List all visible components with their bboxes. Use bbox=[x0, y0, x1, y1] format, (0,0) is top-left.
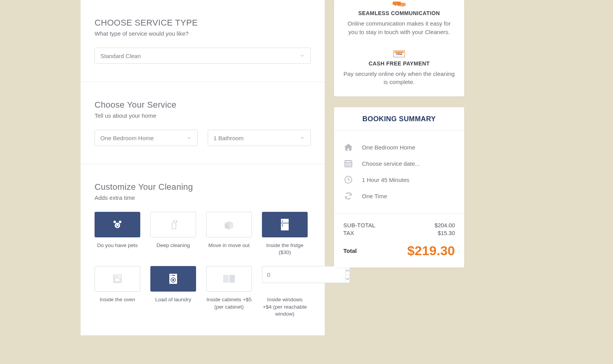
summary-body: One Bedroom Home Choose service date... … bbox=[334, 130, 464, 214]
bathrooms-value: 1 Bathroom bbox=[214, 135, 244, 141]
visa-icon: VISA bbox=[343, 50, 456, 57]
svg-point-6 bbox=[176, 220, 176, 221]
option-cabinets-label: Inside cabinets +$5 (per cabinet) bbox=[206, 296, 252, 310]
svg-rect-9 bbox=[281, 219, 289, 230]
spray-icon bbox=[169, 219, 178, 230]
clock-icon bbox=[343, 175, 353, 184]
promo-communication-text: Online communication makes it easy for y… bbox=[343, 19, 456, 36]
svg-point-4 bbox=[118, 225, 119, 226]
svg-point-15 bbox=[116, 276, 117, 277]
svg-point-8 bbox=[176, 222, 177, 222]
option-fridge-box[interactable] bbox=[262, 212, 308, 237]
option-pets: Do you have pets bbox=[95, 212, 140, 256]
option-deep-cleaning-label: Deep cleaning bbox=[157, 242, 190, 256]
summary-duration-row: 1 Hour 45 Minutes bbox=[343, 172, 455, 188]
summary-home-row: One Bedroom Home bbox=[343, 139, 455, 155]
summary-date-row: Choose service date... bbox=[343, 155, 455, 172]
svg-point-5 bbox=[117, 226, 118, 227]
pet-icon bbox=[112, 220, 123, 230]
option-move-box[interactable] bbox=[206, 212, 252, 237]
bedrooms-value: One Bedroom Home bbox=[100, 135, 154, 141]
washer-icon bbox=[168, 273, 179, 285]
svg-point-3 bbox=[116, 225, 117, 226]
section-customize: Customize Your Cleaning Adds extra time … bbox=[81, 164, 325, 335]
summary-frequency-value: One Time bbox=[362, 193, 387, 199]
windows-stepper bbox=[262, 266, 308, 283]
option-windows: Inside windows +$4 (per reachable window… bbox=[262, 266, 308, 318]
summary-card: BOOKING SUMMARY One Bedroom Home Choose … bbox=[334, 107, 464, 268]
svg-point-2 bbox=[119, 221, 121, 223]
option-deep-cleaning: Deep cleaning bbox=[150, 212, 196, 256]
service-type-select[interactable]: Standard Clean bbox=[95, 48, 311, 64]
svg-point-21 bbox=[172, 279, 174, 281]
svg-point-22 bbox=[170, 275, 171, 276]
option-pets-box[interactable] bbox=[95, 212, 140, 237]
calendar-icon bbox=[343, 159, 353, 168]
option-move-label: Move in move out bbox=[208, 242, 250, 256]
bathrooms-select[interactable]: 1 Bathroom bbox=[208, 130, 311, 146]
total-label: Total bbox=[343, 247, 357, 254]
summary-date-value: Choose service date... bbox=[362, 160, 420, 167]
summary-footer: SUB-TOTAL $204.00 TAX $15.30 Total $219.… bbox=[334, 214, 464, 268]
option-cabinets-box[interactable] bbox=[206, 266, 252, 292]
summary-home-value: One Bedroom Home bbox=[362, 144, 415, 151]
stepper-down-button[interactable] bbox=[346, 275, 350, 283]
service-type-subtitle: What type of service would you like? bbox=[95, 30, 311, 37]
option-pets-label: Do you have pets bbox=[97, 242, 138, 256]
option-windows-label: Inside windows +$4 (per reachable window… bbox=[262, 296, 308, 318]
home-icon bbox=[343, 143, 353, 151]
your-service-title: Choose Your Service bbox=[95, 100, 311, 110]
svg-point-14 bbox=[115, 276, 115, 277]
option-oven-box[interactable] bbox=[95, 266, 140, 292]
box-icon bbox=[223, 219, 235, 230]
summary-duration-value: 1 Hour 45 Minutes bbox=[362, 177, 410, 183]
svg-rect-17 bbox=[115, 278, 120, 282]
promo-payment: VISA CASH FREE PAYMENT Pay securely onli… bbox=[343, 50, 456, 87]
chevron-down-icon bbox=[300, 53, 305, 58]
service-type-value: Standard Clean bbox=[100, 53, 141, 59]
windows-qty-input[interactable] bbox=[262, 266, 346, 283]
cabinet-icon bbox=[222, 274, 236, 284]
promo-communication: SEAMLESS COMMUNICATION Online communicat… bbox=[343, 2, 456, 36]
oven-icon bbox=[112, 273, 123, 284]
option-fridge: Inside the fridge ($30) bbox=[262, 212, 308, 256]
option-oven: Inside the oven bbox=[95, 266, 140, 318]
option-cabinets: Inside cabinets +$5 (per cabinet) bbox=[206, 266, 252, 318]
subtotal-label: SUB-TOTAL bbox=[343, 222, 375, 228]
svg-point-7 bbox=[177, 221, 177, 221]
chat-icon bbox=[343, 2, 456, 7]
bedrooms-select[interactable]: One Bedroom Home bbox=[95, 130, 198, 146]
svg-point-1 bbox=[114, 221, 116, 223]
fridge-icon bbox=[280, 218, 290, 231]
promo-payment-text: Pay securely online only when the cleani… bbox=[343, 70, 456, 87]
summary-header: BOOKING SUMMARY bbox=[334, 107, 464, 130]
option-laundry-label: Load of laundry bbox=[155, 296, 191, 310]
option-fridge-label: Inside the fridge ($30) bbox=[262, 242, 308, 256]
svg-rect-24 bbox=[223, 275, 229, 283]
promo-communication-title: SEAMLESS COMMUNICATION bbox=[343, 10, 456, 16]
main-panel: CHOOSE SERVICE TYPE What type of service… bbox=[81, 0, 325, 335]
option-laundry: Load of laundry bbox=[150, 266, 196, 318]
sidebar: SEAMLESS COMMUNICATION Online communicat… bbox=[334, 0, 464, 268]
customize-title: Customize Your Cleaning bbox=[95, 182, 311, 192]
svg-point-0 bbox=[115, 223, 120, 228]
option-move: Move in move out bbox=[206, 212, 252, 256]
subtotal-value: $204.00 bbox=[435, 222, 455, 228]
promo-card: SEAMLESS COMMUNICATION Online communicat… bbox=[334, 0, 464, 96]
customize-subtitle: Adds extra time bbox=[95, 194, 311, 201]
section-service-type: CHOOSE SERVICE TYPE What type of service… bbox=[81, 0, 325, 82]
promo-payment-title: CASH FREE PAYMENT bbox=[343, 60, 456, 67]
svg-point-16 bbox=[118, 276, 119, 277]
tax-value: $15.30 bbox=[438, 230, 455, 236]
refresh-icon bbox=[343, 192, 353, 200]
option-oven-label: Inside the oven bbox=[100, 296, 135, 310]
option-laundry-box[interactable] bbox=[150, 266, 196, 292]
chevron-down-icon bbox=[300, 135, 305, 141]
option-deep-cleaning-box[interactable] bbox=[150, 212, 196, 237]
your-service-subtitle: Tell us about your home bbox=[95, 112, 311, 119]
service-type-title: CHOOSE SERVICE TYPE bbox=[95, 18, 311, 28]
tax-label: TAX bbox=[343, 230, 354, 236]
summary-frequency-row: One Time bbox=[343, 188, 455, 204]
section-your-service: Choose Your Service Tell us about your h… bbox=[81, 82, 325, 164]
svg-rect-23 bbox=[172, 275, 175, 276]
